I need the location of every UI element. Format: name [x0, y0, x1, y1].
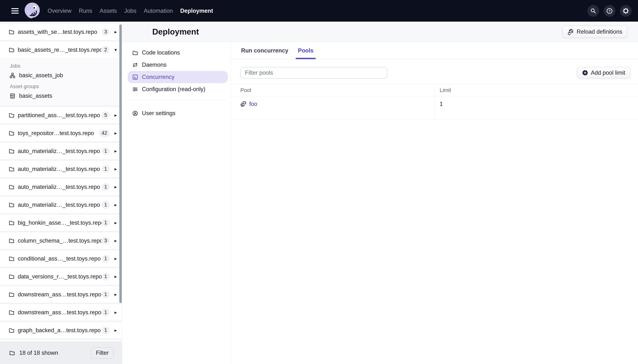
- subnav-configuration[interactable]: Configuration (read-only): [128, 83, 228, 95]
- tab-pools[interactable]: Pools: [297, 42, 314, 59]
- chevron-right-icon[interactable]: ▸: [112, 29, 120, 34]
- page-header: Deployment Reload definitions: [122, 22, 638, 42]
- subnav-label: Concurrency: [142, 74, 174, 80]
- chevron-right-icon[interactable]: ▸: [112, 292, 120, 297]
- configuration-sliders-icon: [132, 86, 138, 92]
- repo-card: conditional_ass…_test.toys.repo 1 ▸: [0, 250, 122, 267]
- repo-card: auto_materializ…_test.toys.repo 1 ▸: [0, 160, 122, 178]
- repo-row[interactable]: downstream_ass…test.toys.repo 1 ▸: [0, 286, 122, 303]
- nav-deployment[interactable]: Deployment: [180, 8, 213, 14]
- pools-toolbar: Add pool limit: [231, 67, 638, 78]
- chevron-down-icon[interactable]: ▾: [112, 47, 120, 52]
- dagster-logo[interactable]: [24, 2, 41, 20]
- search-icon[interactable]: [587, 5, 599, 17]
- subnav-code-locations[interactable]: Code locations: [128, 46, 228, 59]
- repo-label: conditional_ass…_test.toys.repo: [18, 255, 102, 262]
- repo-label: assets_with_se…test.toys.repo: [18, 29, 102, 35]
- repo-card: downstream_ass…test.toys.repo 1 ▸: [0, 304, 122, 321]
- repo-row[interactable]: auto_materializ…_test.toys.repo 1 ▸: [0, 143, 122, 160]
- repo-row[interactable]: basic_assets_re…_test.toys.repo 2 ▾: [0, 42, 122, 58]
- repo-label: big_honkin_asse…_test.toys.repo: [18, 220, 102, 226]
- nav-automation[interactable]: Automation: [144, 8, 173, 14]
- folder-icon: [9, 274, 15, 280]
- pools-table: Pool Limit foo 1: [231, 84, 638, 120]
- chevron-right-icon[interactable]: ▸: [112, 328, 120, 333]
- repo-list: partitioned_ass…_test.toys.repo 5 ▸ toys…: [0, 106, 122, 357]
- repo-card: graph_backed_a…test.toys.repo 1 ▸: [0, 322, 122, 339]
- repo-label: graph_backed_a…test.toys.repo: [18, 327, 102, 334]
- nav-runs[interactable]: Runs: [79, 8, 92, 14]
- sidebar-footer: 18 of 18 shown Filter: [0, 342, 122, 364]
- repo-label: basic_assets_re…_test.toys.repo: [18, 46, 102, 53]
- chevron-right-icon[interactable]: ▸: [112, 112, 120, 118]
- repo-row[interactable]: data_versions_r…_test.toys.repo 1 ▸: [0, 268, 122, 285]
- folder-icon: [9, 220, 15, 226]
- repo-card: partitioned_ass…_test.toys.repo 5 ▸: [0, 106, 122, 124]
- chevron-right-icon[interactable]: ▸: [112, 310, 120, 315]
- repo-label: column_schema_…test.toys.repo: [18, 238, 102, 244]
- menu-icon[interactable]: [9, 5, 21, 17]
- pools-table-header: Pool Limit: [231, 84, 638, 96]
- asset-group-item[interactable]: basic_assets: [0, 90, 122, 101]
- pool-table-row: foo 1: [231, 96, 638, 120]
- chevron-right-icon[interactable]: ▸: [112, 166, 120, 172]
- help-icon[interactable]: ?: [603, 5, 615, 17]
- subnav-daemons[interactable]: Daemons: [128, 59, 228, 71]
- count-badge: 1: [102, 201, 110, 209]
- daemons-cycle-icon: [132, 62, 138, 68]
- deployment-subnav: Code locations Daemons Concurrency Confi…: [122, 42, 231, 364]
- page-title: Deployment: [152, 27, 199, 36]
- count-badge: 1: [102, 291, 110, 298]
- chevron-right-icon[interactable]: ▸: [112, 202, 120, 208]
- repo-label: downstream_ass…test.toys.repo: [18, 291, 102, 298]
- repo-label: auto_materializ…_test.toys.repo: [18, 202, 102, 208]
- sidebar-scrollbar[interactable]: [119, 24, 122, 303]
- repo-card: big_honkin_asse…_test.toys.repo 1 ▸: [0, 214, 122, 231]
- repo-row[interactable]: partitioned_ass…_test.toys.repo 5 ▸: [0, 107, 122, 124]
- subnav-user-settings[interactable]: User settings: [128, 107, 228, 119]
- sidebar-filter-button[interactable]: Filter: [91, 347, 114, 359]
- count-badge: 42: [99, 129, 110, 137]
- repo-row[interactable]: column_schema_…test.toys.repo 3 ▸: [0, 232, 122, 249]
- filter-pools-input[interactable]: [240, 67, 387, 78]
- repo-row[interactable]: assets_with_se…test.toys.repo 3 ▸: [0, 24, 122, 40]
- count-badge: 2: [102, 46, 110, 54]
- reload-cube-icon: [567, 28, 574, 35]
- nav-icon-buttons: ?: [587, 5, 632, 17]
- subnav-concurrency[interactable]: Concurrency: [128, 71, 228, 83]
- repo-row[interactable]: toys_repositor…test.toys.repo 42 ▸: [0, 125, 122, 142]
- concurrency-icon: [132, 74, 138, 80]
- chevron-right-icon[interactable]: ▸: [112, 256, 120, 261]
- count-badge: 1: [102, 219, 110, 227]
- repo-row[interactable]: downstream_ass…test.toys.repo 1 ▸: [0, 304, 122, 321]
- count-badge: 1: [102, 183, 110, 191]
- reload-definitions-button[interactable]: Reload definitions: [562, 26, 627, 38]
- job-item[interactable]: basic_assets_job: [0, 70, 122, 81]
- pool-name-link[interactable]: foo: [249, 101, 257, 107]
- repo-row[interactable]: graph_backed_a…test.toys.repo 1 ▸: [0, 322, 122, 339]
- repo-row[interactable]: conditional_ass…_test.toys.repo 1 ▸: [0, 250, 122, 267]
- repo-row[interactable]: auto_materializ…_test.toys.repo 1 ▸: [0, 178, 122, 195]
- chevron-right-icon[interactable]: ▸: [112, 220, 120, 226]
- nav-assets[interactable]: Assets: [100, 8, 117, 14]
- chevron-right-icon[interactable]: ▸: [112, 148, 120, 154]
- repo-label: auto_materializ…_test.toys.repo: [18, 184, 102, 190]
- chevron-right-icon[interactable]: ▸: [112, 238, 120, 243]
- nav-jobs[interactable]: Jobs: [124, 8, 136, 14]
- settings-gear-icon[interactable]: [620, 5, 632, 17]
- chevron-right-icon[interactable]: ▸: [112, 274, 120, 279]
- repo-label: downstream_ass…test.toys.repo: [18, 309, 102, 316]
- tab-run-concurrency[interactable]: Run concurrency: [240, 42, 289, 59]
- repo-row[interactable]: big_honkin_asse…_test.toys.repo 1 ▸: [0, 214, 122, 231]
- add-pool-limit-button[interactable]: Add pool limit: [577, 67, 630, 78]
- nav-overview[interactable]: Overview: [48, 8, 71, 14]
- subnav-label: Daemons: [142, 62, 166, 68]
- folder-icon: [9, 166, 15, 172]
- repo-card: data_versions_r…_test.toys.repo 1 ▸: [0, 268, 122, 285]
- chevron-right-icon[interactable]: ▸: [112, 130, 120, 136]
- user-settings-icon: [132, 110, 138, 116]
- repo-row[interactable]: auto_materializ…_test.toys.repo 1 ▸: [0, 160, 122, 178]
- chevron-right-icon[interactable]: ▸: [112, 184, 120, 190]
- repo-row[interactable]: auto_materializ…_test.toys.repo 1 ▸: [0, 196, 122, 213]
- svg-text:?: ?: [608, 9, 611, 13]
